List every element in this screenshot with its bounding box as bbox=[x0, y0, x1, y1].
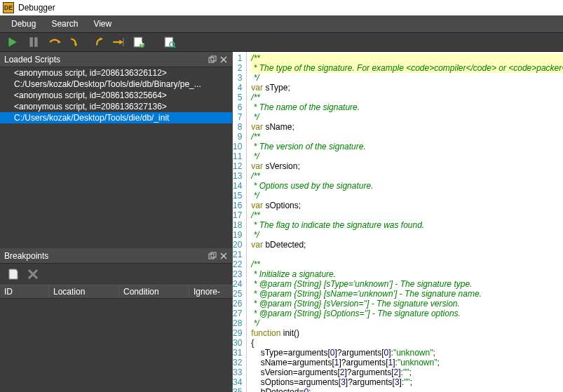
code-area[interactable]: /** * The type of the signature. For exa… bbox=[247, 52, 563, 392]
code-line[interactable]: /** bbox=[251, 53, 563, 63]
script-item[interactable]: <anonymous script, id=2086136325664> bbox=[0, 90, 232, 101]
svg-marker-4 bbox=[74, 43, 78, 47]
breakpoints-title: Breakpoints bbox=[4, 251, 48, 261]
loaded-scripts-list[interactable]: <anonymous script, id=2086136326112>C:/U… bbox=[0, 67, 232, 248]
code-line[interactable]: * @param {String} [sType='unknown'] - Th… bbox=[251, 279, 563, 289]
code-line[interactable]: var sVersion; bbox=[251, 161, 563, 171]
svg-rect-1 bbox=[29, 37, 33, 47]
pause-button[interactable] bbox=[25, 34, 42, 50]
detach-icon[interactable] bbox=[208, 252, 217, 260]
code-line[interactable]: sName=arguments[1]?arguments[1]:"unknown… bbox=[251, 358, 563, 367]
code-line[interactable]: /** bbox=[251, 210, 563, 220]
loaded-scripts-header: Loaded Scripts bbox=[0, 52, 232, 67]
code-line[interactable]: var sOptions; bbox=[251, 201, 563, 210]
script-item[interactable]: C:/Users/kozak/Desktop/Tools/die/db/_ini… bbox=[0, 112, 232, 123]
code-line[interactable]: */ bbox=[251, 73, 563, 83]
svg-rect-2 bbox=[34, 37, 38, 47]
script-item[interactable]: C:/Users/kozak/Desktop/Tools/die/db/Bina… bbox=[0, 79, 232, 90]
code-line[interactable]: * @param {String} [sOptions=''] - The si… bbox=[251, 309, 563, 318]
code-line[interactable]: function init() bbox=[251, 328, 563, 338]
breakpoints-columns: ID Location Condition Ignore-co bbox=[0, 285, 232, 299]
script-item[interactable]: <anonymous script, id=2086136327136> bbox=[0, 101, 232, 112]
code-line[interactable]: sOptions=arguments[3]?arguments[3]:""; bbox=[251, 377, 563, 387]
code-line[interactable]: sVersion=arguments[2]?arguments[2]:""; bbox=[251, 367, 563, 377]
code-line[interactable]: * The name of the signature. bbox=[251, 102, 563, 112]
find-button[interactable] bbox=[161, 34, 178, 50]
code-line[interactable]: */ bbox=[251, 191, 563, 201]
line-gutter: 1234567891011121314151617181920212223242… bbox=[233, 52, 247, 392]
delete-breakpoint-icon[interactable] bbox=[27, 268, 39, 281]
step-out-button[interactable] bbox=[88, 34, 105, 50]
code-line[interactable] bbox=[251, 250, 563, 259]
run-button[interactable] bbox=[4, 34, 21, 50]
menu-debug[interactable]: Debug bbox=[4, 17, 43, 31]
code-line[interactable]: var bDetected; bbox=[251, 240, 563, 250]
code-line[interactable]: /** bbox=[251, 132, 563, 142]
loaded-scripts-title: Loaded Scripts bbox=[4, 55, 60, 65]
step-into-button[interactable] bbox=[67, 34, 84, 50]
close-icon[interactable] bbox=[219, 55, 228, 64]
code-line[interactable]: * The type of the signature. For example… bbox=[251, 63, 563, 73]
breakpoints-body[interactable] bbox=[0, 299, 232, 392]
svg-line-14 bbox=[174, 46, 175, 48]
code-line[interactable]: { bbox=[251, 338, 563, 348]
close-icon[interactable] bbox=[219, 252, 228, 260]
code-line[interactable]: */ bbox=[251, 318, 563, 328]
code-editor[interactable]: 1234567891011121314151617181920212223242… bbox=[233, 52, 563, 392]
step-over-button[interactable] bbox=[46, 34, 63, 50]
bp-col-condition[interactable]: Condition bbox=[119, 285, 189, 298]
code-line[interactable]: /** bbox=[251, 259, 563, 269]
window-title: Debugger bbox=[18, 3, 55, 13]
svg-marker-5 bbox=[100, 37, 104, 41]
script-item[interactable]: <anonymous script, id=2086136326112> bbox=[0, 67, 232, 79]
code-line[interactable]: * @param {String} [sName='unknown'] - Th… bbox=[251, 289, 563, 299]
code-line[interactable]: * The flag to indicate the signature was… bbox=[251, 220, 563, 230]
code-line[interactable]: * @param {String} [sVersion=''] - The si… bbox=[251, 299, 563, 309]
code-line[interactable]: */ bbox=[251, 112, 563, 122]
code-line[interactable]: sType=arguments[0]?arguments[0]:"unknown… bbox=[251, 348, 563, 358]
bp-col-ignore[interactable]: Ignore-co bbox=[189, 285, 232, 298]
code-line[interactable]: /** bbox=[251, 171, 563, 181]
breakpoints-toolbar bbox=[0, 264, 232, 285]
run-to-cursor-button[interactable] bbox=[109, 34, 126, 50]
code-line[interactable]: var sName; bbox=[251, 122, 563, 132]
breakpoints-header: Breakpoints bbox=[0, 248, 232, 264]
code-line[interactable]: */ bbox=[251, 230, 563, 240]
code-line[interactable]: * Initialize a signature. bbox=[251, 269, 563, 279]
code-line[interactable]: /** bbox=[251, 93, 563, 102]
new-breakpoint-icon[interactable] bbox=[7, 268, 20, 281]
menu-search[interactable]: Search bbox=[44, 17, 85, 31]
code-line[interactable]: var sType; bbox=[251, 83, 563, 93]
code-line[interactable]: */ bbox=[251, 151, 563, 161]
toggle-breakpoint-button[interactable]: + bbox=[130, 34, 147, 50]
svg-marker-3 bbox=[58, 41, 62, 44]
code-line[interactable]: bDetected=0; bbox=[251, 387, 563, 392]
menu-view[interactable]: View bbox=[86, 17, 118, 31]
code-line[interactable]: * Options used by the signature. bbox=[251, 181, 563, 191]
toolbar: + bbox=[0, 32, 563, 52]
left-pane: Loaded Scripts <anonymous script, id=208… bbox=[0, 52, 233, 392]
menubar: Debug Search View bbox=[0, 15, 563, 32]
bp-col-id[interactable]: ID bbox=[0, 285, 49, 298]
code-line[interactable]: * The version of the signature. bbox=[251, 142, 563, 151]
app-icon: DE bbox=[3, 2, 14, 13]
svg-marker-7 bbox=[119, 40, 123, 45]
titlebar: DE Debugger bbox=[0, 0, 563, 15]
svg-marker-0 bbox=[8, 37, 16, 47]
detach-icon[interactable] bbox=[208, 55, 217, 64]
bp-col-location[interactable]: Location bbox=[49, 285, 119, 298]
svg-text:+: + bbox=[140, 39, 145, 48]
